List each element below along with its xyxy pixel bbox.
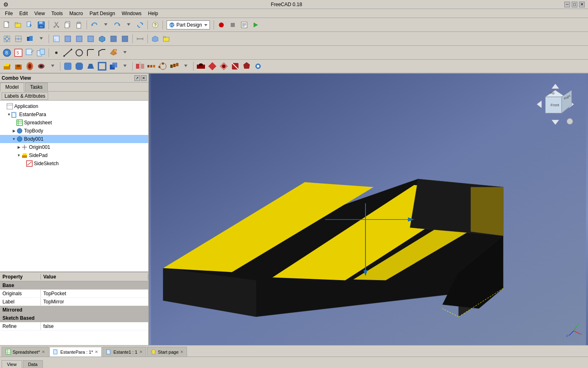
pocket-button[interactable] — [13, 61, 24, 72]
inv-tool4[interactable] — [241, 61, 252, 72]
measure-btn[interactable] — [135, 34, 145, 44]
more-shapes[interactable] — [108, 47, 119, 58]
undo-dropdown[interactable] — [100, 20, 111, 30]
stop-macro[interactable] — [227, 20, 238, 30]
prop-row-refine[interactable]: Refine false — [0, 322, 148, 330]
tree-item-topbody[interactable]: ▶ TopBody — [0, 127, 148, 135]
copy-button[interactable] — [62, 20, 73, 30]
polar-pattern[interactable] — [158, 61, 168, 72]
undo-button[interactable] — [89, 20, 100, 30]
circle-tool[interactable] — [74, 47, 85, 58]
redo-button[interactable] — [112, 20, 122, 30]
minimize-button[interactable]: ─ — [564, 2, 570, 7]
new-button[interactable] — [2, 20, 12, 30]
view-right[interactable] — [85, 34, 96, 44]
menu-windows[interactable]: Windows — [118, 10, 145, 17]
import-button[interactable] — [24, 20, 35, 30]
3d-viewport[interactable]: Front Right Top X Y Z — [149, 74, 588, 345]
mirrored-button[interactable] — [135, 61, 145, 72]
revolution-button[interactable] — [24, 61, 35, 72]
boolean-more[interactable] — [120, 61, 130, 72]
tree-item-spreadsheet[interactable]: Spreadsheet — [0, 119, 148, 127]
menu-tools[interactable]: Tools — [48, 10, 66, 17]
transform-more[interactable] — [180, 61, 191, 72]
chamfer-tool[interactable] — [97, 47, 107, 58]
tab-estantepara1[interactable]: EstantePara : 1* ✕ — [49, 347, 102, 357]
edit-macro[interactable] — [239, 20, 249, 30]
help-button[interactable]: ? — [150, 20, 160, 30]
cut-button[interactable] — [51, 20, 62, 30]
tab-close-estantepara1[interactable]: ✕ — [95, 350, 98, 354]
boolean-dropdown[interactable] — [108, 61, 119, 72]
more-features-dropdown[interactable] — [47, 61, 58, 72]
prop-row-originals[interactable]: Originals TopPocket — [0, 289, 148, 298]
tab-tasks[interactable]: Tasks — [25, 83, 48, 91]
inv-tool2[interactable] — [218, 61, 229, 72]
tree-item-sidesketch[interactable]: SideSketch — [0, 159, 148, 168]
more-shapes-dropdown[interactable] — [120, 47, 130, 58]
tree-item-sidepad[interactable]: ▼ SidePad — [0, 151, 148, 159]
tree-item-application[interactable]: Application — [0, 102, 148, 110]
thickness-button[interactable] — [97, 61, 107, 72]
paste-button[interactable] — [74, 20, 85, 30]
save-button[interactable] — [36, 20, 47, 30]
close-button[interactable]: ✕ — [579, 2, 585, 7]
tab-spreadsheet[interactable]: Spreadsheet* ✕ — [2, 347, 49, 357]
clone-feature[interactable] — [36, 47, 47, 58]
tab-model[interactable]: Model — [0, 83, 24, 92]
create-body[interactable]: B — [2, 47, 12, 58]
sprocket-tool[interactable] — [253, 61, 263, 72]
tree-item-body001[interactable]: ▼ Body001 — [0, 135, 148, 143]
fit-selection[interactable] — [13, 34, 24, 44]
tree-item-origin001[interactable]: ▶ Origin001 — [0, 143, 148, 151]
refresh-button[interactable] — [135, 20, 145, 30]
draw-style[interactable] — [24, 34, 35, 44]
tab-close-estante1[interactable]: ✕ — [139, 350, 143, 354]
view-bottom[interactable] — [120, 34, 130, 44]
navigation-cube[interactable]: Front Right Top — [535, 82, 576, 127]
inv-tool3[interactable] — [230, 61, 241, 72]
fillet3d-button[interactable] — [62, 61, 73, 72]
part-btn2[interactable] — [161, 34, 172, 44]
combo-float-button[interactable]: ↗ — [134, 75, 140, 81]
menu-partdesign[interactable]: Part Design — [86, 10, 118, 17]
workbench-selector[interactable]: PD Part Design — [167, 20, 210, 29]
maximize-button[interactable]: □ — [572, 2, 577, 7]
redo-dropdown[interactable] — [123, 20, 134, 30]
linear-pattern[interactable] — [146, 61, 157, 72]
fit-all[interactable] — [2, 34, 12, 44]
view-back[interactable] — [108, 34, 119, 44]
multi-transform[interactable] — [169, 61, 180, 72]
menu-view[interactable]: View — [31, 10, 48, 17]
menu-edit[interactable]: Edit — [16, 10, 31, 17]
view-iso[interactable] — [97, 34, 107, 44]
hole-tool[interactable] — [196, 61, 206, 72]
view-top[interactable] — [74, 34, 85, 44]
record-macro[interactable] — [216, 20, 227, 30]
prop-row-label[interactable]: Label TopMirror — [0, 298, 148, 306]
combo-close-button[interactable]: ✕ — [141, 75, 147, 81]
tab-startpage[interactable]: Start page ✕ — [147, 347, 187, 357]
tab-estante1[interactable]: Estante1 : 1 ✕ — [102, 347, 146, 357]
fillet-tool[interactable] — [85, 47, 96, 58]
menu-help[interactable]: Help — [145, 10, 162, 17]
draft-button[interactable] — [85, 61, 96, 72]
create-sketch[interactable]: S — [13, 47, 24, 58]
inv-tool1[interactable] — [207, 61, 218, 72]
model-tree[interactable]: Application ▼ EstantePara Spreadsheet — [0, 101, 148, 272]
run-macro[interactable] — [250, 20, 261, 30]
open-button[interactable] — [13, 20, 24, 30]
menu-file[interactable]: File — [2, 10, 16, 17]
pad-button[interactable] — [2, 61, 12, 72]
groove-button[interactable] — [36, 61, 47, 72]
chamfer3d-button[interactable] — [74, 61, 85, 72]
tab-data[interactable]: Data — [23, 360, 43, 368]
view-front[interactable] — [62, 34, 73, 44]
tab-close-spreadsheet[interactable]: ✕ — [42, 350, 45, 354]
point-tool[interactable] — [51, 47, 62, 58]
draw-style-dropdown[interactable] — [36, 34, 47, 44]
attach-sketch[interactable] — [24, 47, 35, 58]
tab-close-startpage[interactable]: ✕ — [180, 350, 183, 354]
menu-macro[interactable]: Macro — [66, 10, 86, 17]
tab-view[interactable]: View — [2, 360, 22, 368]
